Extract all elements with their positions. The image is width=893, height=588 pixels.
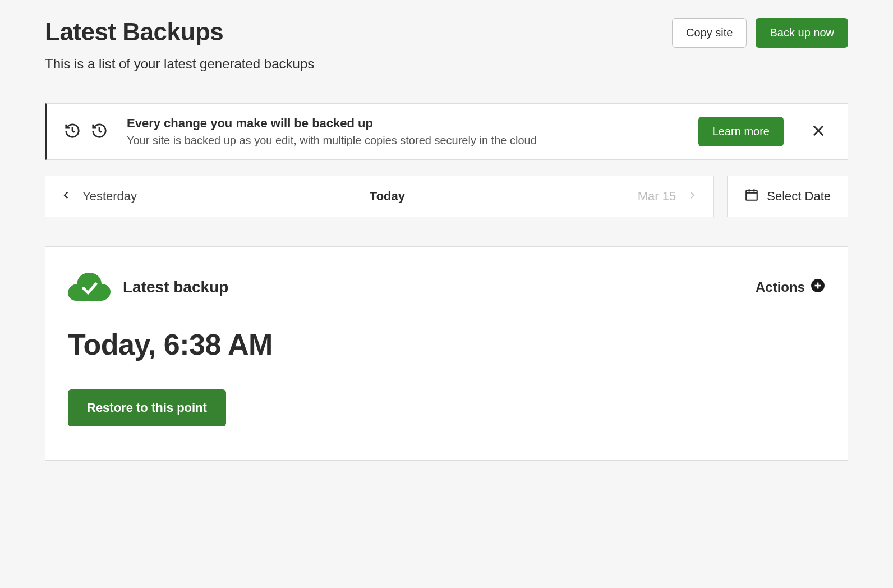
actions-label: Actions: [756, 279, 805, 295]
close-icon: [811, 132, 826, 140]
info-banner: Every change you make will be backed up …: [45, 103, 848, 160]
page-subtitle: This is a list of your latest generated …: [45, 56, 672, 72]
date-navigator: Yesterday Today Mar 15: [45, 176, 714, 217]
backup-now-button[interactable]: Back up now: [756, 18, 848, 48]
page-header: Latest Backups This is a list of your la…: [45, 18, 848, 72]
banner-text: Every change you make will be backed up …: [127, 116, 687, 147]
history-icon: [91, 122, 108, 141]
svg-rect-2: [747, 190, 758, 200]
backup-card-left: Latest backup: [68, 272, 228, 303]
backup-timestamp: Today, 6:38 AM: [68, 328, 825, 361]
header-buttons: Copy site Back up now: [672, 18, 848, 48]
restore-button[interactable]: Restore to this point: [68, 389, 226, 426]
actions-button[interactable]: Actions: [756, 278, 825, 296]
chevron-right-icon: [687, 189, 697, 204]
select-date-label: Select Date: [767, 189, 831, 204]
next-date-label: Mar 15: [638, 189, 676, 204]
banner-icons: [64, 122, 108, 141]
prev-date-label: Yesterday: [82, 189, 137, 204]
page-title: Latest Backups: [45, 18, 672, 46]
banner-title: Every change you make will be backed up: [127, 116, 687, 131]
select-date-button[interactable]: Select Date: [727, 176, 848, 217]
learn-more-button[interactable]: Learn more: [698, 117, 784, 146]
calendar-icon: [744, 187, 759, 205]
banner-description: Your site is backed up as you edit, with…: [127, 134, 687, 147]
copy-site-button[interactable]: Copy site: [672, 18, 747, 48]
close-banner-button[interactable]: [806, 118, 831, 145]
date-nav-row: Yesterday Today Mar 15 Select Date: [45, 176, 848, 217]
current-date-label: Today: [370, 189, 405, 204]
backup-card-title: Latest backup: [123, 278, 228, 296]
chevron-left-icon: [61, 189, 71, 204]
date-nav-next[interactable]: Mar 15: [638, 189, 697, 204]
history-icon: [64, 122, 81, 141]
cloud-check-icon: [68, 272, 111, 303]
header-left: Latest Backups This is a list of your la…: [45, 18, 672, 72]
latest-backup-card: Latest backup Actions Today, 6:38 AM Res…: [45, 246, 848, 461]
backup-card-header: Latest backup Actions: [68, 272, 825, 303]
date-nav-prev[interactable]: Yesterday: [61, 189, 137, 204]
plus-circle-icon: [811, 278, 825, 296]
